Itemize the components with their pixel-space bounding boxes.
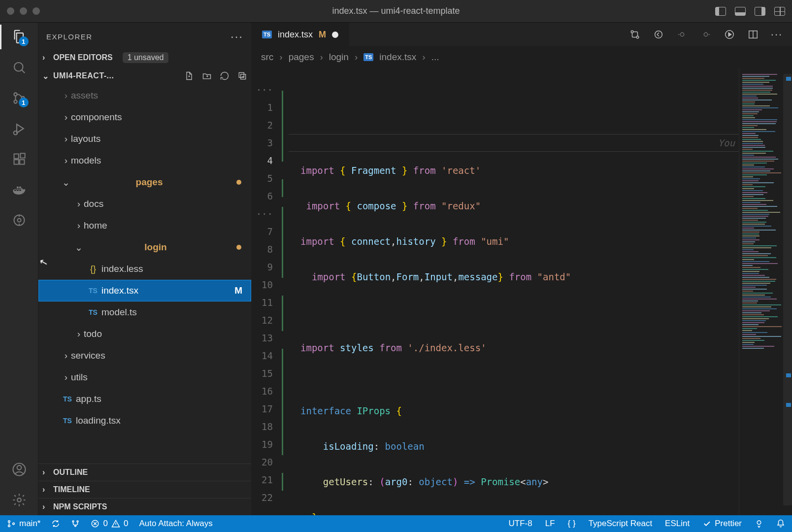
minimap-change-marker bbox=[786, 403, 791, 407]
run-debug-icon[interactable] bbox=[11, 120, 28, 137]
new-folder-icon[interactable] bbox=[202, 71, 212, 81]
tree-file-indextsx[interactable]: TSindex.tsxM bbox=[38, 280, 251, 301]
status-language[interactable]: TypeScript React bbox=[589, 519, 652, 529]
tree-folder-login[interactable]: ⌄login bbox=[38, 236, 251, 258]
explorer-icon[interactable]: 1 bbox=[11, 29, 28, 45]
go-back-icon[interactable] bbox=[653, 29, 664, 40]
code-content[interactable]: You import { Fragment } from 'react' imp… bbox=[289, 68, 739, 515]
more-actions-icon[interactable]: ··· bbox=[771, 29, 782, 40]
tree-file-indexless[interactable]: {}index.less bbox=[38, 258, 251, 280]
new-file-icon[interactable] bbox=[184, 71, 194, 81]
breadcrumb-segment[interactable]: login bbox=[329, 52, 349, 63]
dirty-indicator-icon bbox=[332, 32, 338, 38]
breadcrumb-segment[interactable]: index.tsx bbox=[379, 52, 416, 63]
status-bar: main* 0 0 Auto Attach: Always UTF-8 LF {… bbox=[0, 515, 792, 532]
refresh-icon[interactable] bbox=[220, 71, 230, 81]
status-prettier[interactable]: Prettier bbox=[702, 519, 742, 529]
svg-point-23 bbox=[8, 521, 10, 523]
timeline-section[interactable]: ›TIMELINE bbox=[38, 481, 251, 498]
minimap-viewport[interactable] bbox=[783, 74, 792, 505]
explorer-badge: 1 bbox=[19, 36, 29, 46]
window-title: index.tsx — umi4-react-template bbox=[0, 6, 792, 16]
activity-bar: 1 1 bbox=[0, 23, 38, 515]
tree-folder-todo[interactable]: ›todo bbox=[38, 323, 251, 345]
tree-folder-services[interactable]: ›services bbox=[38, 345, 251, 366]
status-branch[interactable]: main* bbox=[7, 519, 40, 529]
less-file-icon: {} bbox=[87, 264, 99, 274]
inline-suggestion: You bbox=[718, 134, 735, 152]
svg-rect-5 bbox=[14, 154, 18, 159]
settings-gear-icon[interactable] bbox=[11, 492, 28, 508]
editor-area: TS index.tsx M ··· src› pages› bbox=[251, 23, 792, 515]
fold-bar bbox=[281, 68, 289, 515]
svg-point-18 bbox=[655, 31, 662, 38]
status-sync-icon[interactable] bbox=[51, 519, 60, 528]
tree-folder-layouts[interactable]: ›layouts bbox=[38, 128, 251, 150]
extensions-icon[interactable] bbox=[11, 151, 28, 167]
tab-filename: index.tsx bbox=[278, 30, 313, 40]
status-autoattach[interactable]: Auto Attach: Always bbox=[139, 519, 212, 529]
status-eol[interactable]: LF bbox=[545, 519, 555, 529]
toggle-primary-sidebar-icon[interactable] bbox=[715, 7, 726, 16]
status-eslint[interactable]: ESLint bbox=[665, 519, 690, 529]
tree-file-loadingtsx[interactable]: TSloading.tsx bbox=[38, 410, 251, 432]
status-encoding[interactable]: UTF-8 bbox=[509, 519, 532, 529]
compare-changes-icon[interactable] bbox=[629, 29, 640, 40]
scm-badge: 1 bbox=[19, 98, 29, 107]
tab-indextsx[interactable]: TS index.tsx M bbox=[251, 23, 349, 46]
title-bar: index.tsx — umi4-react-template bbox=[0, 0, 792, 23]
sidebar-more-icon[interactable]: ··· bbox=[231, 30, 243, 43]
ts-file-icon: TS bbox=[262, 31, 272, 38]
breadcrumb[interactable]: src› pages› login› TS index.tsx› ... bbox=[251, 46, 792, 68]
account-icon[interactable] bbox=[11, 461, 28, 478]
tree-folder-assets[interactable]: ›assets bbox=[38, 85, 251, 106]
open-editors-section[interactable]: › OPEN EDITORS 1 unsaved bbox=[38, 48, 251, 67]
tree-file-modelts[interactable]: TSmodel.ts bbox=[38, 301, 251, 323]
svg-point-2 bbox=[14, 100, 17, 103]
minimap[interactable] bbox=[739, 68, 792, 515]
gitlens-icon[interactable] bbox=[11, 212, 28, 229]
tree-folder-models[interactable]: ›models bbox=[38, 150, 251, 171]
breadcrumb-segment[interactable]: pages bbox=[289, 52, 314, 63]
status-braces-icon[interactable]: { } bbox=[568, 519, 576, 529]
status-feedback-icon[interactable] bbox=[755, 519, 763, 528]
sidebar: EXPLORER ··· › OPEN EDITORS 1 unsaved ⌄ … bbox=[38, 23, 251, 515]
source-control-icon[interactable]: 1 bbox=[11, 90, 28, 106]
tree-folder-utils[interactable]: ›utils bbox=[38, 366, 251, 388]
modified-dot-icon bbox=[236, 180, 241, 185]
svg-point-13 bbox=[17, 498, 21, 502]
unsaved-badge: 1 unsaved bbox=[123, 52, 169, 63]
svg-point-26 bbox=[72, 521, 74, 522]
tree-file-appts[interactable]: TSapp.ts bbox=[38, 388, 251, 410]
tree-folder-docs[interactable]: ›docs bbox=[38, 193, 251, 215]
npm-scripts-section[interactable]: ›NPM SCRIPTS bbox=[38, 498, 251, 515]
ts-file-icon: TS bbox=[61, 395, 74, 403]
status-bell-icon[interactable] bbox=[776, 519, 785, 528]
tree-folder-home[interactable]: ›home bbox=[38, 215, 251, 236]
prev-change-icon[interactable] bbox=[677, 29, 688, 40]
search-icon[interactable] bbox=[11, 59, 28, 76]
toggle-secondary-sidebar-icon[interactable] bbox=[755, 7, 765, 16]
svg-point-24 bbox=[8, 525, 10, 527]
next-change-icon[interactable] bbox=[700, 29, 711, 40]
breadcrumb-segment[interactable]: src bbox=[261, 52, 273, 63]
split-editor-icon[interactable] bbox=[748, 29, 759, 40]
breadcrumb-more[interactable]: ... bbox=[431, 52, 439, 63]
tree-folder-pages[interactable]: ⌄pages bbox=[38, 171, 251, 193]
status-problems[interactable]: 0 0 bbox=[91, 519, 128, 529]
collapse-all-icon[interactable] bbox=[237, 71, 247, 81]
tree-folder-components[interactable]: ›components bbox=[38, 106, 251, 128]
svg-point-0 bbox=[14, 63, 23, 71]
run-icon[interactable] bbox=[724, 29, 735, 40]
status-graph-icon[interactable] bbox=[71, 519, 80, 528]
minimap-change-marker bbox=[786, 77, 791, 81]
code-editor[interactable]: ··· 123456 ··· 7891011121314151617181920… bbox=[251, 68, 792, 515]
outline-section[interactable]: ›OUTLINE bbox=[38, 464, 251, 481]
docker-icon[interactable] bbox=[11, 181, 28, 198]
modified-dot-icon bbox=[236, 245, 241, 250]
customize-layout-icon[interactable] bbox=[774, 7, 785, 16]
toggle-panel-icon[interactable] bbox=[735, 7, 746, 16]
ts-file-icon: TS bbox=[87, 287, 99, 295]
folder-section[interactable]: ⌄ UMI4-REACT-... bbox=[38, 67, 251, 85]
svg-point-1 bbox=[14, 93, 17, 96]
